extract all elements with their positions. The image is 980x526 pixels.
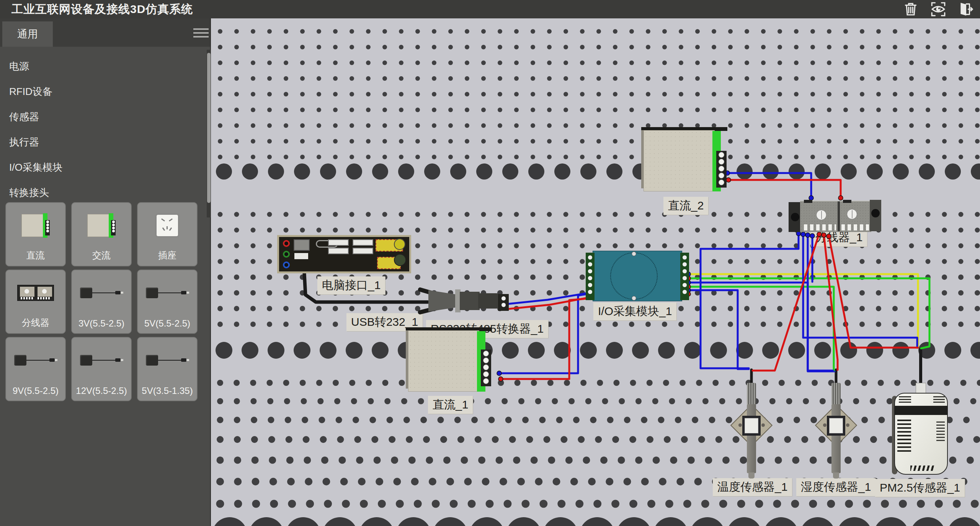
splitter-thumbnail: [6, 275, 65, 310]
device-card-8[interactable]: 5V(3.5-1.35): [137, 337, 198, 401]
adapter-thumbnail: [137, 275, 197, 310]
device-splitter[interactable]: [789, 200, 881, 234]
adapter-thumbnail: [137, 343, 197, 378]
device-dc-power-1[interactable]: [406, 327, 492, 395]
device-rs232-485-converter[interactable]: [418, 286, 510, 316]
device-humidity-sensor[interactable]: [813, 383, 859, 479]
device-dc-power-2[interactable]: [641, 127, 727, 195]
card-label: 12V(5.5-2.5): [72, 386, 131, 396]
device-pm25-sensor[interactable]: [892, 383, 949, 480]
app-title: 工业互联网设备及接线3D仿真系统: [11, 2, 193, 17]
psu-thumbnail: [72, 208, 131, 243]
title-bar: 工业互联网设备及接线3D仿真系统: [0, 0, 980, 18]
sidebar-item-0[interactable]: 电源: [0, 54, 205, 79]
sidebar-item-4[interactable]: I/O采集模块: [0, 155, 205, 180]
toolbar: [902, 1, 975, 18]
socket-thumbnail: [137, 208, 197, 243]
tab-general[interactable]: 通用: [2, 21, 53, 47]
device-card-7[interactable]: 12V(5.5-2.5): [71, 337, 132, 401]
sidebar-item-1[interactable]: RFID设备: [0, 79, 205, 104]
card-label: 插座: [137, 249, 197, 261]
adapter-thumbnail: [6, 343, 65, 378]
sidebar-item-2[interactable]: 传感器: [0, 104, 205, 129]
card-label: 交流: [72, 249, 131, 261]
view-focus-icon[interactable]: [929, 1, 947, 18]
card-label: 直流: [6, 249, 65, 261]
adapter-thumbnail: [72, 275, 131, 310]
sidebar-item-3[interactable]: 执行器: [0, 129, 205, 155]
device-card-4[interactable]: 3V(5.5-2.5): [71, 270, 132, 334]
device-card-2[interactable]: 插座: [137, 202, 198, 266]
device-card-1[interactable]: 交流: [71, 202, 132, 266]
adapter-thumbnail: [72, 343, 131, 378]
scrollbar-thumb[interactable]: [207, 53, 211, 203]
device-card-5[interactable]: 5V(5.5-2.5): [137, 270, 198, 334]
card-label: 3V(5.5-2.5): [72, 318, 131, 329]
sidebar-tab-row: 通用: [0, 18, 210, 47]
device-temperature-sensor[interactable]: [728, 383, 774, 479]
card-label: 5V(5.5-2.5): [137, 318, 197, 329]
sidebar: 通用 电源RFID设备传感器执行器I/O采集模块转换接头 直流交流插座分线器3V…: [0, 18, 211, 526]
menu-icon[interactable]: [193, 28, 209, 38]
card-label: 分线器: [6, 317, 65, 329]
device-io-module[interactable]: [586, 251, 689, 302]
card-label: 5V(3.5-1.35): [137, 386, 197, 396]
psu-thumbnail: [6, 208, 65, 243]
device-card-3[interactable]: 分线器: [5, 270, 66, 334]
sidebar-scrollbar[interactable]: [207, 50, 211, 217]
workspace-canvas[interactable]: 直流_2电脑接口_1USB转232_1RS232转485转换器_1I/O采集模块…: [211, 18, 980, 526]
device-card-6[interactable]: 9V(5.5-2.5): [5, 337, 66, 401]
sidebar-item-5[interactable]: 转换接头: [0, 180, 205, 205]
device-card-0[interactable]: 直流: [5, 202, 66, 266]
device-card-grid: 直流交流插座分线器3V(5.5-2.5)5V(5.5-2.5)9V(5.5-2.…: [5, 202, 198, 401]
device-pc-interface[interactable]: [277, 235, 411, 273]
exit-icon[interactable]: [957, 1, 975, 18]
card-label: 9V(5.5-2.5): [6, 386, 65, 396]
delete-icon[interactable]: [902, 1, 920, 18]
category-menu: 电源RFID设备传感器执行器I/O采集模块转换接头: [0, 54, 205, 205]
